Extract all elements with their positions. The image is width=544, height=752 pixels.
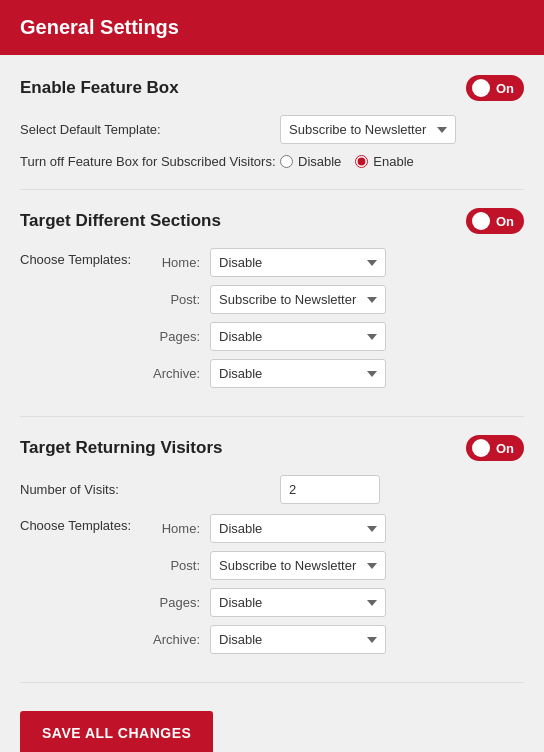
returning-archive-select[interactable]: Disable Subscribe to Newsletter [210, 625, 386, 654]
returning-archive-label: Archive: [140, 632, 210, 647]
feature-box-title: Enable Feature Box [20, 78, 466, 98]
sections-pages-row: Pages: Disable Subscribe to Newsletter [140, 322, 524, 351]
number-of-visits-row: Number of Visits: [20, 475, 524, 504]
radio-disable[interactable] [280, 155, 293, 168]
sections-choose-templates-row: Choose Templates: Home: Disable Subscrib… [20, 248, 524, 396]
divider-2 [20, 416, 524, 417]
feature-box-section: Enable Feature Box On Select Default Tem… [20, 75, 524, 169]
returning-pages-row: Pages: Disable Subscribe to Newsletter [140, 588, 524, 617]
returning-pages-label: Pages: [140, 595, 210, 610]
returning-choose-templates-row: Choose Templates: Home: Disable Subscrib… [20, 514, 524, 662]
sections-pages-label: Pages: [140, 329, 210, 344]
sections-home-select[interactable]: Disable Subscribe to Newsletter [210, 248, 386, 277]
returning-home-label: Home: [140, 521, 210, 536]
returning-archive-row: Archive: Disable Subscribe to Newsletter [140, 625, 524, 654]
sections-pages-select[interactable]: Disable Subscribe to Newsletter [210, 322, 386, 351]
target-sections-toggle-label: On [496, 214, 514, 229]
feature-box-toggle[interactable]: On [466, 75, 524, 101]
sections-post-label: Post: [140, 292, 210, 307]
default-template-row: Select Default Template: Disable Subscri… [20, 115, 524, 144]
default-template-label: Select Default Template: [20, 122, 280, 137]
sections-archive-row: Archive: Disable Subscribe to Newsletter [140, 359, 524, 388]
radio-enable-label: Enable [373, 154, 413, 169]
radio-disable-label: Disable [298, 154, 341, 169]
returning-pages-select[interactable]: Disable Subscribe to Newsletter [210, 588, 386, 617]
divider-3 [20, 682, 524, 683]
turn-off-label: Turn off Feature Box for Subscribed Visi… [20, 154, 280, 169]
target-returning-section: Target Returning Visitors On Number of V… [20, 435, 524, 662]
divider-1 [20, 189, 524, 190]
sections-post-row: Post: Disable Subscribe to Newsletter [140, 285, 524, 314]
target-sections-toggle[interactable]: On [466, 208, 524, 234]
radio-enable-item[interactable]: Enable [355, 154, 413, 169]
target-returning-title: Target Returning Visitors [20, 438, 466, 458]
radio-enable[interactable] [355, 155, 368, 168]
returning-home-row: Home: Disable Subscribe to Newsletter [140, 514, 524, 543]
target-returning-toggle[interactable]: On [466, 435, 524, 461]
target-sections-title: Target Different Sections [20, 211, 466, 231]
turn-off-row: Turn off Feature Box for Subscribed Visi… [20, 154, 524, 169]
returning-post-label: Post: [140, 558, 210, 573]
sections-post-select[interactable]: Disable Subscribe to Newsletter [210, 285, 386, 314]
toggle-circle [472, 79, 490, 97]
toggle-circle-3 [472, 439, 490, 457]
sections-archive-select[interactable]: Disable Subscribe to Newsletter [210, 359, 386, 388]
toggle-circle-2 [472, 212, 490, 230]
returning-templates-list: Home: Disable Subscribe to Newsletter Po… [140, 514, 524, 662]
returning-home-select[interactable]: Disable Subscribe to Newsletter [210, 514, 386, 543]
sections-home-row: Home: Disable Subscribe to Newsletter [140, 248, 524, 277]
page-title: General Settings [20, 16, 524, 39]
sections-archive-label: Archive: [140, 366, 210, 381]
returning-post-row: Post: Disable Subscribe to Newsletter [140, 551, 524, 580]
sections-choose-templates-label: Choose Templates: [20, 248, 140, 267]
page-header: General Settings [0, 0, 544, 55]
sections-home-label: Home: [140, 255, 210, 270]
sections-templates-list: Home: Disable Subscribe to Newsletter Po… [140, 248, 524, 396]
number-of-visits-label: Number of Visits: [20, 482, 280, 497]
returning-post-select[interactable]: Disable Subscribe to Newsletter [210, 551, 386, 580]
number-of-visits-input[interactable] [280, 475, 380, 504]
turn-off-radio-group: Disable Enable [280, 154, 414, 169]
default-template-select[interactable]: Disable Subscribe to Newsletter [280, 115, 456, 144]
radio-disable-item[interactable]: Disable [280, 154, 341, 169]
save-all-changes-button[interactable]: SAVE ALL CHANGES [20, 711, 213, 752]
target-returning-toggle-label: On [496, 441, 514, 456]
feature-box-toggle-label: On [496, 81, 514, 96]
target-sections-section: Target Different Sections On Choose Temp… [20, 208, 524, 396]
returning-choose-templates-label: Choose Templates: [20, 514, 140, 533]
